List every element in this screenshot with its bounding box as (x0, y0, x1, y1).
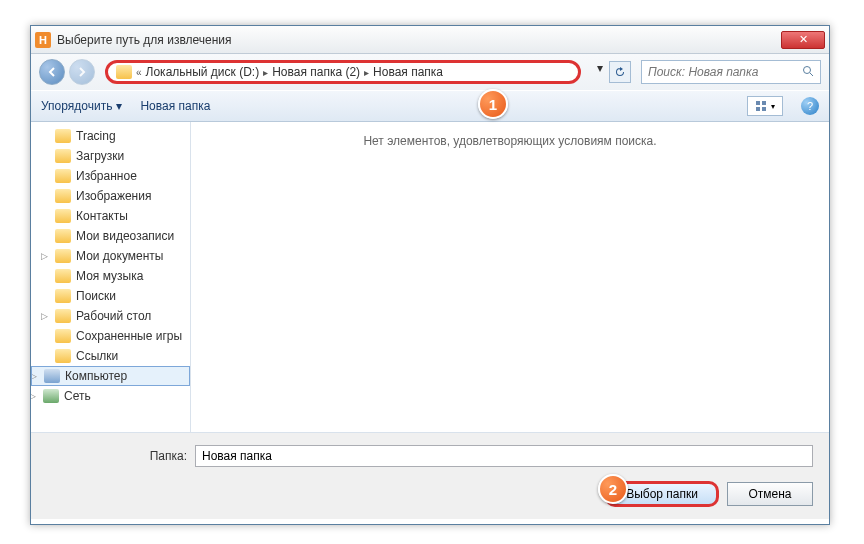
svg-point-0 (804, 66, 811, 73)
tree-item[interactable]: ▷Мои документы (31, 246, 190, 266)
folder-icon (55, 249, 71, 263)
svg-rect-4 (762, 101, 766, 105)
new-folder-button[interactable]: Новая папка (140, 99, 210, 113)
nav-tree[interactable]: Tracing Загрузки Избранное Изображения К… (31, 122, 191, 432)
breadcrumb-item[interactable]: Новая папка (373, 65, 443, 79)
window-title: Выберите путь для извлечения (57, 33, 781, 47)
folder-icon (55, 209, 71, 223)
toolbar: Упорядочить ▾ Новая папка ▾ ? (31, 90, 829, 122)
annotation-callout-1: 1 (478, 89, 508, 119)
svg-rect-3 (756, 107, 760, 111)
folder-icon (116, 65, 132, 79)
chevron-right-icon: ▸ (364, 67, 369, 78)
organize-label: Упорядочить (41, 99, 112, 113)
breadcrumb-item[interactable]: Локальный диск (D:) (146, 65, 260, 79)
folder-icon (55, 149, 71, 163)
tree-item[interactable]: Сохраненные игры (31, 326, 190, 346)
arrow-right-icon (76, 66, 88, 78)
tree-item[interactable]: Изображения (31, 186, 190, 206)
tree-item[interactable]: Контакты (31, 206, 190, 226)
search-box[interactable] (641, 60, 821, 84)
folder-icon (55, 289, 71, 303)
chevron-right-icon: ▸ (263, 67, 268, 78)
annotation-callout-2: 2 (598, 474, 628, 504)
help-button[interactable]: ? (801, 97, 819, 115)
tree-item[interactable]: Tracing (31, 126, 190, 146)
breadcrumb-prefix: « (136, 67, 142, 78)
button-row: Выбор папки Отмена (47, 481, 813, 507)
folder-label: Папка: (47, 449, 187, 463)
tree-item-network[interactable]: ▷Сеть (31, 386, 190, 406)
folder-icon (55, 349, 71, 363)
tree-item-computer[interactable]: ▷Компьютер (31, 366, 190, 386)
folder-icon (55, 329, 71, 343)
address-tail: ▾ (593, 61, 631, 83)
folder-name-input[interactable] (195, 445, 813, 467)
tree-item[interactable]: Загрузки (31, 146, 190, 166)
chevron-down-icon: ▾ (116, 99, 122, 113)
footer: Папка: Выбор папки Отмена (31, 432, 829, 519)
svg-line-1 (810, 73, 813, 76)
back-button[interactable] (39, 59, 65, 85)
folder-icon (55, 169, 71, 183)
empty-message: Нет элементов, удовлетворяющих условиям … (363, 134, 656, 148)
new-folder-label: Новая папка (140, 99, 210, 113)
tree-item[interactable]: Моя музыка (31, 266, 190, 286)
navbar: « Локальный диск (D:) ▸ Новая папка (2) … (31, 54, 829, 90)
address-bar[interactable]: « Локальный диск (D:) ▸ Новая папка (2) … (105, 60, 581, 84)
search-icon[interactable] (802, 65, 814, 80)
organize-menu[interactable]: Упорядочить ▾ (41, 99, 122, 113)
close-button[interactable]: ✕ (781, 31, 825, 49)
folder-icon (55, 269, 71, 283)
view-options[interactable]: ▾ (747, 96, 783, 116)
tree-item[interactable]: Избранное (31, 166, 190, 186)
body-area: Tracing Загрузки Избранное Изображения К… (31, 122, 829, 432)
cancel-button[interactable]: Отмена (727, 482, 813, 506)
svg-rect-2 (756, 101, 760, 105)
folder-icon (55, 309, 71, 323)
tree-item[interactable]: ▷Рабочий стол (31, 306, 190, 326)
refresh-icon (614, 66, 626, 78)
titlebar: H Выберите путь для извлечения ✕ (31, 26, 829, 54)
folder-picker-dialog: H Выберите путь для извлечения ✕ « Локал… (30, 25, 830, 525)
view-icon (755, 100, 769, 112)
folder-name-row: Папка: (47, 445, 813, 467)
computer-icon (44, 369, 60, 383)
folder-icon (55, 129, 71, 143)
tree-item[interactable]: Мои видеозаписи (31, 226, 190, 246)
refresh-button[interactable] (609, 61, 631, 83)
address-dropdown[interactable]: ▾ (593, 61, 607, 83)
breadcrumb-item[interactable]: Новая папка (2) (272, 65, 360, 79)
file-list[interactable]: Нет элементов, удовлетворяющих условиям … (191, 122, 829, 432)
svg-rect-5 (762, 107, 766, 111)
app-icon: H (35, 32, 51, 48)
folder-icon (55, 189, 71, 203)
forward-button[interactable] (69, 59, 95, 85)
tree-item[interactable]: Ссылки (31, 346, 190, 366)
search-input[interactable] (648, 65, 802, 79)
folder-icon (55, 229, 71, 243)
chevron-down-icon: ▾ (771, 102, 775, 111)
network-icon (43, 389, 59, 403)
arrow-left-icon (46, 66, 58, 78)
tree-item[interactable]: Поиски (31, 286, 190, 306)
